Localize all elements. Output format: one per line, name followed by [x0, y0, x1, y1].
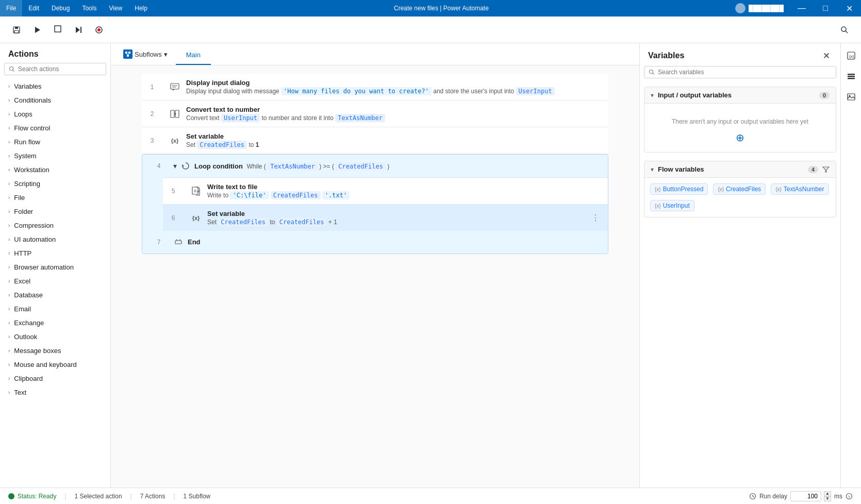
menu-tools[interactable]: Tools — [76, 0, 103, 16]
category-conditionals[interactable]: ›Conditionals — [0, 93, 110, 107]
category-system[interactable]: ›System — [0, 149, 110, 163]
next-button[interactable] — [70, 22, 87, 38]
menu-edit[interactable]: Edit — [22, 0, 45, 16]
svg-text:{x}: {x} — [849, 54, 854, 59]
category-label: UI automation — [14, 236, 56, 243]
image-icon[interactable] — [843, 89, 859, 105]
status-bar: Status: Ready | 1 Selected action | 7 Ac… — [0, 488, 861, 504]
category-flow-control[interactable]: ›Flow control — [0, 121, 110, 135]
category-excel[interactable]: ›Excel — [0, 274, 110, 288]
var-chip-userinput[interactable]: {x} UserInput — [650, 200, 694, 211]
category-ui-automation[interactable]: ›UI automation — [0, 232, 110, 246]
end-icon — [174, 238, 183, 246]
category-variables[interactable]: ›Variables — [0, 79, 110, 93]
total-actions-count: 7 Actions — [140, 493, 165, 500]
loop-collapse-icon[interactable]: ▾ — [173, 162, 177, 170]
category-label: Message boxes — [14, 347, 61, 355]
canvas-search-button[interactable] — [836, 22, 853, 38]
category-browser-automation[interactable]: ›Browser automation — [0, 260, 110, 274]
help-icon[interactable]: ? — [846, 493, 853, 500]
run-delay-input[interactable] — [790, 491, 821, 501]
category-label: Loops — [14, 110, 32, 118]
chevron-icon: › — [8, 320, 10, 326]
actions-search-box[interactable] — [4, 63, 106, 75]
category-label: Run flow — [14, 138, 40, 146]
svg-rect-4 — [55, 26, 61, 32]
category-loops[interactable]: ›Loops — [0, 107, 110, 121]
run-delay-up[interactable]: ▲ — [824, 491, 831, 496]
chevron-icon: › — [8, 83, 10, 89]
var-chip-createdfiles[interactable]: {x} CreatedFiles — [713, 183, 766, 195]
menu-view[interactable]: View — [103, 0, 128, 16]
flow-vars-header[interactable]: ▾ Flow variables 4 — [644, 161, 836, 178]
layers-icon[interactable] — [843, 68, 859, 85]
chevron-icon: › — [8, 97, 10, 103]
category-outlook[interactable]: ›Outlook — [0, 330, 110, 344]
write-file-icon — [190, 185, 202, 197]
io-title: Input / output variables — [658, 91, 815, 99]
svg-rect-14 — [128, 52, 130, 54]
variables-panel-toggle[interactable]: {x} — [843, 47, 859, 64]
save-button[interactable] — [8, 22, 25, 38]
category-file[interactable]: ›File — [0, 191, 110, 205]
category-email[interactable]: ›Email — [0, 302, 110, 316]
maximize-button[interactable]: □ — [814, 0, 837, 16]
category-database[interactable]: ›Database — [0, 288, 110, 302]
step-info-1: Display input dialog Display input dialo… — [186, 79, 602, 95]
step-3[interactable]: 3 {x} Set variable Set CreatedFiles t — [142, 127, 608, 154]
category-compression[interactable]: ›Compression — [0, 219, 110, 232]
run-delay-down[interactable]: ▼ — [824, 496, 831, 501]
user-area: ████████ — [729, 3, 790, 13]
category-folder[interactable]: ›Folder — [0, 205, 110, 219]
menu-help[interactable]: Help — [128, 0, 154, 16]
stop-button[interactable] — [49, 22, 66, 38]
variables-search-input[interactable] — [658, 69, 832, 76]
step-desc-3: Set CreatedFiles to 1 — [186, 141, 602, 148]
chevron-icon: › — [8, 181, 10, 187]
chevron-icon: › — [8, 223, 10, 228]
category-label: Email — [14, 305, 31, 313]
variable-icon: {x} — [169, 135, 181, 147]
menu-debug[interactable]: Debug — [45, 0, 76, 16]
close-button[interactable]: ✕ — [837, 0, 861, 16]
menu-file[interactable]: File — [0, 0, 22, 16]
variables-search-box[interactable] — [644, 66, 836, 78]
input-output-header[interactable]: ▾ Input / output variables 0 — [644, 87, 836, 104]
variables-close-button[interactable]: ✕ — [820, 49, 832, 62]
category-mouse-keyboard[interactable]: ›Mouse and keyboard — [0, 358, 110, 372]
canvas-area: Subflows ▾ Main 1 Displ — [111, 43, 639, 488]
svg-point-29 — [650, 70, 653, 74]
category-label: Mouse and keyboard — [14, 361, 76, 368]
step-7[interactable]: 7 End — [142, 231, 608, 254]
user-name: ████████ — [749, 5, 784, 12]
category-message-boxes[interactable]: ›Message boxes — [0, 344, 110, 358]
actions-list: ›Variables ›Conditionals ›Loops ›Flow co… — [0, 79, 110, 488]
step-6[interactable]: 6 {x} Set variable Set — [163, 204, 608, 231]
category-clipboard[interactable]: ›Clipboard — [0, 372, 110, 385]
category-workstation[interactable]: ›Workstation — [0, 163, 110, 177]
subflows-button[interactable]: Subflows ▾ — [119, 43, 172, 65]
ms-label: ms — [834, 493, 842, 500]
minimize-button[interactable]: — — [790, 0, 814, 16]
tab-main[interactable]: Main — [176, 46, 211, 65]
run-button[interactable] — [29, 22, 45, 38]
var-chip-textasnumber[interactable]: {x} TextAsNumber — [771, 183, 829, 195]
step-context-menu-6[interactable]: ⋮ — [589, 213, 602, 223]
var-chip-buttonpressed[interactable]: {x} ButtonPressed — [650, 183, 708, 195]
category-run-flow[interactable]: ›Run flow — [0, 135, 110, 149]
step-title-3: Set variable — [186, 132, 602, 140]
category-exchange[interactable]: ›Exchange — [0, 316, 110, 330]
add-variable-button[interactable]: ⊕ — [651, 129, 830, 146]
actions-search-input[interactable] — [18, 65, 102, 73]
step-5[interactable]: 5 Write text to file Write — [163, 177, 608, 204]
step-var-textasnumber: TextAsNumber — [335, 114, 385, 122]
loop-var2: CreatedFiles — [336, 162, 386, 171]
loop-header[interactable]: 4 ▾ Loop condition While ( TextAsNumber … — [142, 155, 608, 177]
category-scripting[interactable]: ›Scripting — [0, 177, 110, 191]
category-text[interactable]: ›Text — [0, 385, 110, 399]
filter-icon[interactable] — [822, 166, 830, 173]
step-2[interactable]: 2 Convert text to number Convert text Us… — [142, 100, 608, 127]
step-1[interactable]: 1 Display input dialog Display input dia… — [142, 74, 608, 100]
category-http[interactable]: ›HTTP — [0, 246, 110, 260]
record-button[interactable] — [91, 22, 107, 38]
